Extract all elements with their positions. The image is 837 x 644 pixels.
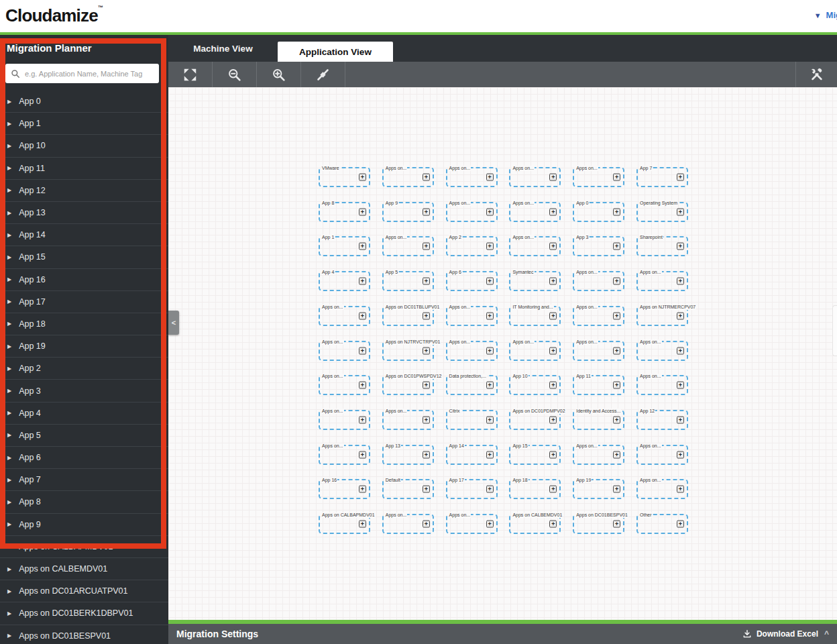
app-group-box[interactable]: Apps on...+ [382,410,434,430]
app-group-box[interactable]: Apps on...+ [573,271,624,291]
expand-app-group-button[interactable]: + [423,451,430,458]
app-group-box[interactable]: Apps on...+ [382,167,434,187]
sidebar-item[interactable]: ▶App 19 [0,335,168,358]
application-canvas[interactable]: VMware+Apps on...+Apps on...+Apps on...+… [168,87,837,620]
sidebar-item[interactable]: ▶App 4 [0,402,168,425]
sidebar-item[interactable]: ▶App 11 [0,158,168,180]
expand-app-group-button[interactable]: + [486,174,494,181]
expand-app-group-button[interactable]: + [423,486,430,493]
collapse-panel-icon[interactable]: ^ [824,629,829,639]
expand-app-group-button[interactable]: + [613,312,620,319]
expand-app-group-button[interactable]: + [613,416,620,423]
app-group-box[interactable]: Apps on CALBAPMDV01+ [319,514,370,534]
expand-app-group-button[interactable]: + [613,174,620,181]
app-group-box[interactable]: App 19+ [573,479,624,499]
sidebar-item[interactable]: ▶App 15 [0,246,168,268]
app-group-box[interactable]: App 5+ [382,271,434,291]
expand-app-group-button[interactable]: + [549,174,557,181]
sidebar-item[interactable]: ▶App 3 [0,380,168,402]
sidebar-item[interactable]: ▶App 7 [0,469,168,491]
expand-app-group-button[interactable]: + [677,208,684,215]
app-group-box[interactable]: Default+ [382,479,434,499]
search-input[interactable] [25,70,154,78]
app-group-box[interactable]: Apps on DC01PWSPDV12+ [382,375,434,395]
app-group-box[interactable]: Apps on...+ [573,306,624,326]
app-group-box[interactable]: App 1+ [319,236,370,256]
expand-app-group-button[interactable]: + [549,278,557,285]
expand-app-group-button[interactable]: + [613,243,620,250]
app-group-box[interactable]: Apps on DC01PDMPV02+ [509,410,561,430]
app-group-box[interactable]: Apps on NJTRMERCPV07+ [636,306,688,326]
expand-app-group-button[interactable]: + [549,382,557,389]
app-group-box[interactable]: App 13+ [382,445,434,465]
app-group-box[interactable]: Apps on...+ [636,375,688,395]
zoom-in-button[interactable] [257,62,301,87]
expand-app-group-button[interactable]: + [486,312,494,319]
expand-app-group-button[interactable]: + [613,208,620,215]
expand-app-group-button[interactable]: + [677,347,684,354]
expand-app-group-button[interactable]: + [486,382,494,389]
expand-app-group-button[interactable]: + [549,208,557,215]
sidebar-item[interactable]: ▶Apps on CALBAPMDV01 [0,536,168,558]
app-group-box[interactable]: App 15+ [509,445,561,465]
app-group-box[interactable]: Apps on...+ [446,202,498,222]
app-group-box[interactable]: Apps on...+ [636,271,688,291]
app-group-box[interactable]: Apps on...+ [509,341,561,361]
expand-app-group-button[interactable]: + [359,208,366,215]
sidebar-item[interactable]: ▶App 13 [0,202,168,224]
sidebar-item[interactable]: ▶App 10 [0,135,168,157]
expand-app-group-button[interactable]: + [613,347,620,354]
app-group-box[interactable]: App 9+ [382,202,434,222]
app-group-box[interactable]: Apps on...+ [319,341,370,361]
app-group-box[interactable]: Apps on...+ [509,202,561,222]
expand-app-group-button[interactable]: + [677,486,684,493]
sidebar-item[interactable]: ▶App 12 [0,180,168,202]
expand-app-group-button[interactable]: + [359,174,366,181]
sidebar-item[interactable]: ▶App 9 [0,514,168,536]
app-group-box[interactable]: App 16+ [319,479,370,499]
sidebar-item[interactable]: ▶Apps on DC01BESPV01 [0,625,168,644]
app-group-box[interactable]: App 4+ [319,271,370,291]
sidebar-item[interactable]: ▶Apps on DC01BERK1DBPV01 [0,602,168,625]
sidebar-item[interactable]: ▶App 1 [0,113,168,135]
app-group-box[interactable]: App 8+ [319,202,370,222]
expand-app-group-button[interactable]: + [677,451,684,458]
expand-app-group-button[interactable]: + [486,243,494,250]
expand-app-group-button[interactable]: + [677,416,684,423]
expand-app-group-button[interactable]: + [486,486,494,493]
expand-app-group-button[interactable]: + [677,243,684,250]
app-group-box[interactable]: Apps on...+ [446,306,498,326]
expand-app-group-button[interactable]: + [423,382,430,389]
app-group-box[interactable]: Apps on DC01BESPV01+ [573,514,624,534]
app-group-box[interactable]: App 6+ [446,271,498,291]
right-panel-handle[interactable] [832,305,837,356]
zoom-out-button[interactable] [213,62,257,87]
app-group-box[interactable]: Apps on...+ [636,479,688,499]
expand-app-group-button[interactable]: + [423,243,430,250]
expand-app-group-button[interactable]: + [549,521,557,528]
expand-app-group-button[interactable]: + [613,486,620,493]
app-group-box[interactable]: Apps on NJTRVCTRPV01+ [382,341,434,361]
app-group-box[interactable]: Apps on...+ [319,375,370,395]
expand-app-group-button[interactable]: + [359,521,366,528]
connector-tool-button[interactable] [301,62,345,87]
expand-app-group-button[interactable]: + [677,382,684,389]
expand-app-group-button[interactable]: + [359,347,366,354]
expand-app-group-button[interactable]: + [359,243,366,250]
app-group-box[interactable]: VMware+ [319,167,370,187]
expand-app-group-button[interactable]: + [549,312,557,319]
app-group-box[interactable]: Apps on...+ [573,167,624,187]
expand-app-group-button[interactable]: + [486,278,494,285]
app-group-box[interactable]: Apps on...+ [319,306,370,326]
sidebar-item[interactable]: ▶App 2 [0,358,168,380]
app-group-box[interactable]: Apps on DC01TBLUPV01+ [382,306,434,326]
app-group-box[interactable]: App 12+ [636,410,688,430]
expand-app-group-button[interactable]: + [613,521,620,528]
app-group-box[interactable]: Apps on...+ [636,341,688,361]
expand-app-group-button[interactable]: + [486,416,494,423]
expand-app-group-button[interactable]: + [549,243,557,250]
expand-app-group-button[interactable]: + [423,312,430,319]
header-dropdown-menu[interactable]: ▼ Mig [814,10,837,20]
app-group-box[interactable]: App 2+ [446,236,498,256]
sidebar-item[interactable]: ▶App 5 [0,425,168,447]
